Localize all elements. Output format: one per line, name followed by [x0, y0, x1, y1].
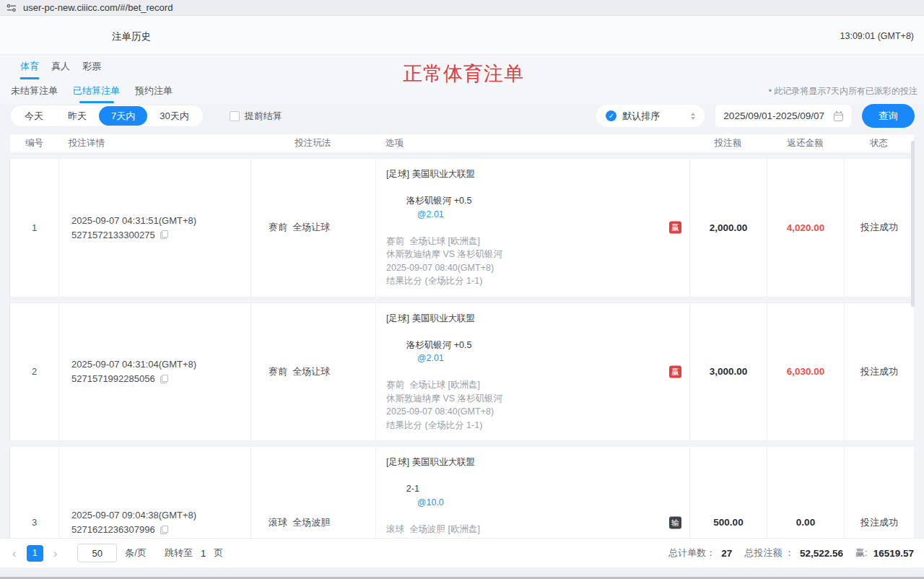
- bet-status: 投注成功: [844, 447, 914, 538]
- sort-select[interactable]: ✓ 默认排序: [596, 105, 705, 127]
- page-title: 注单历史: [112, 30, 151, 43]
- tune-icon[interactable]: [6, 4, 17, 12]
- scrollbar-thumb[interactable]: [911, 141, 915, 307]
- bet-detail-cell: 2025-09-07 04:31:51(GMT+8) 5271572133300…: [58, 159, 250, 297]
- col-header-detail: 投注详情: [58, 137, 250, 149]
- range-yesterday-button[interactable]: 昨天: [56, 106, 99, 126]
- col-header-status: 状态: [844, 137, 914, 149]
- subtab-settled[interactable]: 已结算注单: [73, 84, 120, 103]
- odds-value: @2.01: [417, 353, 444, 363]
- payout-amount: 4,020.00: [767, 159, 844, 297]
- bet-time: 2025-09-07 04:31:51(GMT+8): [71, 215, 250, 226]
- market-info: 赛前 全场让球 [欧洲盘]: [386, 378, 679, 392]
- total-stake-label: 总投注额 ：: [744, 547, 794, 560]
- result-score: 结果比分 (全场比分 1-1): [386, 419, 679, 432]
- league-name: [足球] 美国职业大联盟: [386, 167, 679, 181]
- win-badge: 赢: [669, 222, 681, 234]
- match-teams: 休斯敦迪纳摩 VS 洛杉矶银河: [386, 392, 679, 406]
- play-type: 赛前 全场让球: [250, 159, 375, 297]
- subtab-unsettled[interactable]: 未结算注单: [11, 84, 58, 103]
- play-type: 赛前 全场让球: [250, 303, 375, 441]
- total-count-label: 总计单数：: [668, 547, 715, 560]
- range-today-button[interactable]: 今天: [12, 106, 56, 126]
- date-range-group: 今天 昨天 7天内 30天内: [10, 105, 204, 127]
- lose-badge: 输: [669, 516, 681, 528]
- tab-live[interactable]: 真人: [51, 60, 70, 79]
- watermark-annotation: 正常体育注单: [403, 61, 524, 87]
- row-number: 1: [10, 159, 58, 297]
- calendar-icon: [834, 113, 843, 121]
- summary-totals: 总计单数： 27 总投注额 ： 52,522.56 赢: 16519.57: [668, 547, 914, 560]
- match-time: 2025-09-07 08:40(GMT+8): [386, 261, 679, 275]
- odds-value: @10.0: [417, 497, 444, 508]
- search-button[interactable]: 查询: [862, 104, 915, 128]
- subtab-reserved[interactable]: 预约注单: [135, 84, 173, 103]
- range-30days-button[interactable]: 30天内: [147, 106, 201, 126]
- current-page-button[interactable]: 1: [27, 545, 43, 562]
- col-header-stake: 投注额: [689, 137, 767, 149]
- odds-value: @2.01: [417, 209, 444, 219]
- payout-amount: 6,030.00: [767, 303, 844, 441]
- match-teams: 休斯敦迪纳摩 VS 洛杉矶银河: [386, 248, 679, 261]
- table-header-row: 编号 投注详情 投注玩法 选项 投注额 返还金额 状态: [9, 134, 915, 153]
- prev-page-button[interactable]: ‹: [10, 547, 19, 560]
- table-row: 3 2025-09-07 09:04:38(GMT+8) 52716212363…: [9, 446, 915, 538]
- copy-icon[interactable]: [160, 375, 168, 383]
- copy-icon[interactable]: [160, 230, 168, 239]
- bet-id: 5271572133300275: [71, 230, 155, 240]
- col-header-payout: 返还金额: [767, 137, 844, 149]
- col-header-no: 编号: [10, 137, 58, 149]
- selection-cell: [足球] 美国职业大联盟 洛杉矶银河 +0.5 @2.01 赛前 全场让球 [欧…: [375, 303, 689, 441]
- total-stake-value: 52,522.56: [800, 548, 843, 559]
- page-header: 注单历史 13:09:01 (GMT+8): [0, 16, 924, 55]
- total-win-value: 16519.57: [873, 548, 914, 559]
- footer-bar: ‹ 1 › 条/页 跳转至 1 页 总计单数： 27 总投注额 ： 52,522…: [0, 538, 924, 567]
- pick-name: 洛杉矶银河 +0.5: [406, 196, 472, 206]
- league-name: [足球] 美国职业大联盟: [386, 312, 679, 326]
- page-unit-label: 页: [214, 547, 223, 560]
- payout-notice: • 此记录将显示7天内所有已派彩的投注: [769, 85, 918, 97]
- stake-amount: 3,000.00: [689, 303, 767, 441]
- market-info: 滚球 全场波胆 [欧洲盘]: [386, 523, 679, 536]
- bet-detail-cell: 2025-09-07 09:04:38(GMT+8) 5271621236307…: [58, 447, 250, 538]
- pick-name: 洛杉矶银河 +0.5: [406, 340, 472, 350]
- row-number: 3: [10, 447, 58, 538]
- bet-status: 投注成功: [844, 159, 914, 297]
- next-page-button[interactable]: ›: [51, 547, 60, 560]
- market-info: 赛前 全场让球 [欧洲盘]: [386, 235, 679, 248]
- browser-url-bar: user-pc-new.ciiicc.com/#/bet_record: [0, 0, 924, 16]
- result-score: 结果比分 (全场比分 1-1): [386, 274, 679, 288]
- win-badge: 赢: [669, 365, 681, 378]
- bet-time: 2025-09-07 04:31:04(GMT+8): [71, 359, 250, 370]
- copy-icon[interactable]: [160, 526, 168, 534]
- sort-selected-value: 默认排序: [622, 110, 685, 123]
- url-text[interactable]: user-pc-new.ciiicc.com/#/bet_record: [23, 2, 173, 13]
- bet-table: 编号 投注详情 投注玩法 选项 投注额 返还金额 状态 1 2025-09-07…: [9, 134, 915, 538]
- tab-sports[interactable]: 体育: [20, 60, 39, 79]
- range-7days-button[interactable]: 7天内: [99, 106, 147, 126]
- settlement-subtabs: 未结算注单 已结算注单 预约注单: [11, 84, 173, 103]
- col-header-selection: 选项: [375, 137, 689, 149]
- per-page-label: 条/页: [125, 547, 147, 560]
- early-settle-checkbox[interactable]: [230, 111, 240, 121]
- early-settle-option: 提前结算: [230, 110, 282, 123]
- early-settle-label: 提前结算: [245, 110, 282, 123]
- match-time: 2025-09-07 08:40(GMT+8): [386, 405, 679, 419]
- bet-id: 5271621236307996: [71, 524, 155, 535]
- jump-to-label: 跳转至: [165, 547, 193, 560]
- pick-name: 2-1: [406, 484, 419, 494]
- table-row: 2 2025-09-07 04:31:04(GMT+8) 52715719922…: [9, 302, 915, 442]
- date-range-input[interactable]: 2025/09/01-2025/09/07: [715, 105, 851, 127]
- bet-status: 投注成功: [844, 303, 914, 441]
- page-size-input[interactable]: [77, 544, 117, 562]
- league-name: [足球] 美国职业大联盟: [386, 456, 679, 469]
- row-number: 2: [10, 303, 58, 441]
- jump-page-value[interactable]: 1: [201, 548, 206, 559]
- bet-time: 2025-09-07 09:04:38(GMT+8): [71, 510, 250, 521]
- table-row: 1 2025-09-07 04:31:51(GMT+8) 52715721333…: [9, 158, 915, 297]
- server-clock: 13:09:01 (GMT+8): [840, 31, 914, 41]
- window-bottom-edge: [0, 567, 924, 579]
- bet-detail-cell: 2025-09-07 04:31:04(GMT+8) 5271571992285…: [58, 303, 250, 441]
- tab-lottery[interactable]: 彩票: [82, 60, 101, 79]
- bet-id: 5271571992285056: [71, 373, 155, 384]
